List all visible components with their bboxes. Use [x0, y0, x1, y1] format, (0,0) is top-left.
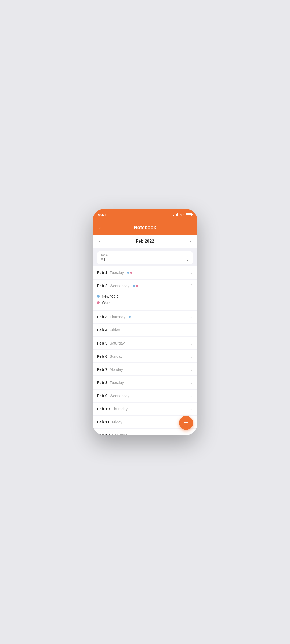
day-name: Friday [112, 420, 122, 424]
day-name: Sunday [110, 354, 122, 358]
day-header[interactable]: Feb 3Thursday⌄ [93, 311, 197, 323]
topic-dot [127, 272, 129, 274]
entry-item: Work [97, 299, 193, 306]
app-title: Notebook [134, 225, 156, 230]
chevron-down-icon: ⌄ [190, 328, 193, 332]
day-name: Wednesday [110, 394, 129, 398]
day-header[interactable]: Feb 1Tuesday⌄ [93, 266, 197, 279]
day-name: Saturday [110, 341, 125, 345]
day-header[interactable]: Feb 4Friday⌄ [93, 324, 197, 336]
day-number: Feb 1 [97, 270, 107, 275]
battery-icon [186, 213, 192, 216]
dot-indicators [129, 316, 131, 318]
status-icons [173, 213, 192, 217]
day-list: Feb 1Tuesday⌄Feb 2Wednesday⌃New topicWor… [93, 266, 197, 435]
chevron-down-icon: ⌄ [190, 433, 193, 436]
day-number: Feb 8 [97, 380, 107, 385]
day-item: Feb 3Thursday⌄ [93, 311, 197, 323]
month-title: Feb 2022 [136, 239, 154, 244]
entry-dot [97, 295, 100, 298]
day-name: Friday [110, 328, 120, 332]
chevron-down-icon: ⌄ [190, 380, 193, 385]
day-name: Tuesday [110, 270, 124, 275]
day-number: Feb 12 [97, 433, 110, 435]
add-entry-fab[interactable]: + [179, 416, 193, 430]
topic-value: All [101, 257, 105, 262]
day-header[interactable]: Feb 7Monday⌄ [93, 363, 197, 375]
day-item: Feb 5Saturday⌄ [93, 337, 197, 349]
entry-label: Work [102, 301, 110, 305]
day-name: Wednesday [110, 284, 129, 288]
day-item: Feb 7Monday⌄ [93, 363, 197, 375]
chevron-down-icon: ⌄ [190, 315, 193, 319]
app-header: ‹ Notebook [93, 221, 197, 235]
day-number: Feb 5 [97, 341, 107, 345]
topic-dot [129, 316, 131, 318]
day-name: Tuesday [110, 380, 124, 385]
chevron-down-icon: ⌄ [190, 394, 193, 398]
day-item: Feb 6Sunday⌄ [93, 350, 197, 362]
month-nav: ‹ Feb 2022 › [93, 235, 197, 248]
topic-dropdown-icon[interactable]: ⌄ [186, 257, 189, 262]
day-item: Feb 2Wednesday⌃New topicWork [93, 280, 197, 310]
topic-label: Topic [101, 253, 189, 257]
day-name: Monday [110, 367, 123, 372]
chevron-down-icon: ⌄ [190, 341, 193, 345]
chevron-up-icon: ⌃ [190, 284, 193, 288]
day-item: Feb 10Thursday⌄ [93, 403, 197, 415]
topic-dot [136, 285, 138, 287]
topic-filter[interactable]: Topic All ⌄ [97, 251, 193, 264]
day-number: Feb 4 [97, 328, 107, 332]
day-item: Feb 12Saturday⌄ [93, 429, 197, 435]
chevron-down-icon: ⌄ [190, 354, 193, 358]
back-button[interactable]: ‹ [97, 222, 103, 233]
day-number: Feb 10 [97, 407, 110, 411]
day-item: Feb 8Tuesday⌄ [93, 376, 197, 389]
day-number: Feb 7 [97, 367, 107, 372]
dot-indicators [133, 285, 138, 287]
chevron-down-icon: ⌄ [190, 270, 193, 275]
day-item: Feb 1Tuesday⌄ [93, 266, 197, 279]
entry-item: New topic [97, 293, 193, 299]
day-entries: New topicWork [93, 292, 197, 310]
entry-label: New topic [102, 294, 118, 298]
day-name: Thursday [110, 315, 125, 319]
topic-select-row: All ⌄ [101, 257, 189, 262]
fab-plus-icon: + [184, 419, 188, 426]
status-time: 9:41 [98, 213, 106, 217]
day-header[interactable]: Feb 8Tuesday⌄ [93, 376, 197, 389]
day-header[interactable]: Feb 9Wednesday⌄ [93, 390, 197, 402]
content-area: Topic All ⌄ Feb 1Tuesday⌄Feb 2Wednesday⌃… [93, 248, 197, 435]
status-bar: 9:41 [93, 209, 197, 221]
next-month-button[interactable]: › [187, 237, 193, 246]
day-name: Saturday [112, 433, 127, 436]
day-item: Feb 4Friday⌄ [93, 324, 197, 336]
chevron-down-icon: ⌄ [190, 367, 193, 372]
day-number: Feb 11 [97, 420, 110, 424]
entry-dot [97, 301, 100, 304]
day-name: Thursday [112, 407, 128, 411]
signal-icon [173, 213, 178, 216]
dot-indicators [127, 272, 132, 274]
prev-month-button[interactable]: ‹ [97, 237, 103, 246]
day-number: Feb 2 [97, 283, 107, 288]
day-header[interactable]: Feb 6Sunday⌄ [93, 350, 197, 362]
day-number: Feb 6 [97, 354, 107, 358]
day-header[interactable]: Feb 10Thursday⌄ [93, 403, 197, 415]
day-item: Feb 9Wednesday⌄ [93, 390, 197, 402]
chevron-down-icon: ⌄ [190, 407, 193, 411]
day-header[interactable]: Feb 2Wednesday⌃ [93, 280, 197, 292]
wifi-icon [180, 213, 184, 217]
topic-dot [133, 285, 135, 287]
day-header[interactable]: Feb 12Saturday⌄ [93, 429, 197, 435]
day-number: Feb 9 [97, 393, 107, 398]
day-number: Feb 3 [97, 314, 107, 319]
topic-dot [130, 272, 132, 274]
day-header[interactable]: Feb 5Saturday⌄ [93, 337, 197, 349]
